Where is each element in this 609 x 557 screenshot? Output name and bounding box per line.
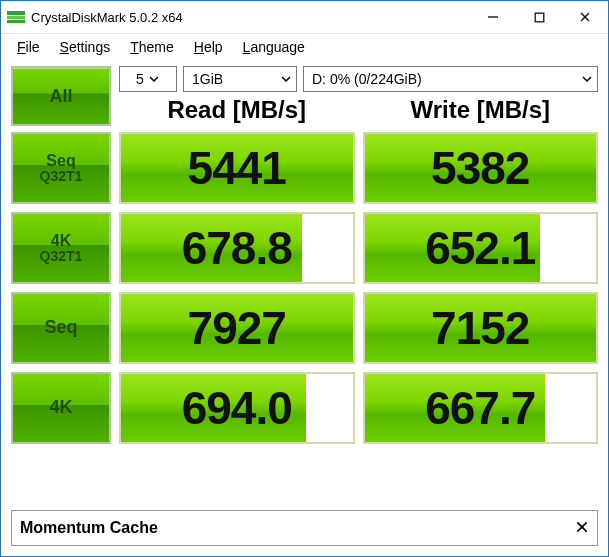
minimize-button[interactable] <box>470 1 516 33</box>
fill-remainder <box>545 374 596 442</box>
fill-remainder <box>306 374 352 442</box>
chevron-down-icon <box>148 73 160 85</box>
read-header: Read [MB/s] <box>119 96 355 124</box>
read-value-row1: 678.8 <box>119 212 355 284</box>
write-number: 5382 <box>431 141 529 195</box>
selects-row: 5 1GiB D: 0% (0/224GiB) <box>119 66 598 92</box>
content: All 5 1GiB D: 0% (0/224GiB) <box>1 60 608 510</box>
write-value-row1: 652.1 <box>363 212 599 284</box>
test-size-value: 1GiB <box>192 71 223 87</box>
footer: Momentum Cache <box>11 510 598 546</box>
write-header: Write [MB/s] <box>363 96 599 124</box>
write-number: 652.1 <box>425 221 535 275</box>
read-number: 7927 <box>188 301 286 355</box>
svg-rect-4 <box>535 13 544 22</box>
test-size-select[interactable]: 1GiB <box>183 66 297 92</box>
fill-remainder <box>302 214 353 282</box>
menu-language[interactable]: Language <box>235 37 313 57</box>
footer-label: Momentum Cache <box>20 519 158 537</box>
read-value-row0: 5441 <box>119 132 355 204</box>
close-button[interactable] <box>562 1 608 33</box>
menu-theme[interactable]: Theme <box>122 37 182 57</box>
runs-select[interactable]: 5 <box>119 66 177 92</box>
menu-settings[interactable]: Settings <box>52 37 119 57</box>
svg-rect-0 <box>7 11 25 15</box>
fill-remainder <box>540 214 596 282</box>
test-button-row2[interactable]: Seq <box>11 292 111 364</box>
test-label-1: Seq <box>46 152 75 170</box>
window: CrystalDiskMark 5.0.2 x64 File Settings … <box>0 0 609 557</box>
menu-file[interactable]: File <box>9 37 48 57</box>
test-label-2: Q32T1 <box>40 169 83 184</box>
read-value-row2: 7927 <box>119 292 355 364</box>
app-icon <box>7 8 25 26</box>
window-title: CrystalDiskMark 5.0.2 x64 <box>31 10 470 25</box>
write-number: 7152 <box>431 301 529 355</box>
write-value-row2: 7152 <box>363 292 599 364</box>
test-button-row3[interactable]: 4K <box>11 372 111 444</box>
maximize-button[interactable] <box>516 1 562 33</box>
menu-help[interactable]: Help <box>186 37 231 57</box>
read-number: 5441 <box>188 141 286 195</box>
footer-close-button[interactable] <box>575 518 589 539</box>
svg-rect-2 <box>7 20 25 23</box>
read-value-row3: 694.0 <box>119 372 355 444</box>
test-label-1: 4K <box>49 398 72 418</box>
read-number: 678.8 <box>182 221 292 275</box>
chevron-down-icon <box>280 73 292 85</box>
runs-value: 5 <box>136 71 144 87</box>
results-grid: SeqQ32T1544153824KQ32T1678.8652.1Seq7927… <box>11 132 598 444</box>
test-button-row0[interactable]: SeqQ32T1 <box>11 132 111 204</box>
drive-value: D: 0% (0/224GiB) <box>312 71 422 87</box>
all-button-label: All <box>49 86 72 107</box>
chevron-down-icon <box>581 73 593 85</box>
test-label-1: Seq <box>44 318 77 338</box>
test-label-2: Q32T1 <box>40 249 83 264</box>
titlebar: CrystalDiskMark 5.0.2 x64 <box>1 1 608 34</box>
write-value-row3: 667.7 <box>363 372 599 444</box>
svg-rect-1 <box>7 16 25 19</box>
run-all-button[interactable]: All <box>11 66 111 126</box>
write-number: 667.7 <box>425 381 535 435</box>
window-buttons <box>470 1 608 33</box>
drive-select[interactable]: D: 0% (0/224GiB) <box>303 66 598 92</box>
test-label-1: 4K <box>51 232 71 250</box>
column-headers: Read [MB/s] Write [MB/s] <box>119 96 598 124</box>
menubar: File Settings Theme Help Language <box>1 34 608 60</box>
test-button-row1[interactable]: 4KQ32T1 <box>11 212 111 284</box>
read-number: 694.0 <box>182 381 292 435</box>
write-value-row0: 5382 <box>363 132 599 204</box>
